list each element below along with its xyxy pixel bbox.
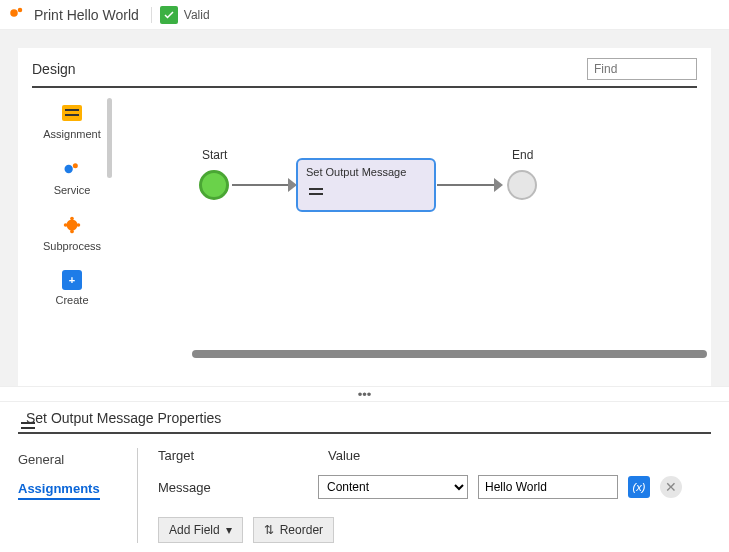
check-icon [160, 6, 178, 24]
svg-point-3 [73, 163, 78, 168]
connector [232, 184, 292, 186]
reorder-button[interactable]: ⇅ Reorder [253, 517, 334, 543]
reorder-label: Reorder [280, 523, 323, 537]
assignments-form: Target Value Message Content (x) ✕ Add F… [138, 448, 711, 543]
palette-item-assignment[interactable]: Assignment [43, 102, 100, 140]
tab-assignments[interactable]: Assignments [18, 481, 100, 500]
chevron-down-icon: ▾ [226, 523, 232, 537]
column-header-value: Value [328, 448, 360, 463]
properties-panel: Set Output Message Properties General As… [0, 402, 729, 552]
end-node-label: End [512, 148, 533, 162]
find-input[interactable] [587, 58, 697, 80]
svg-point-6 [77, 223, 81, 227]
palette-item-service[interactable]: Service [54, 158, 91, 196]
palette-item-create[interactable]: + Create [55, 270, 88, 306]
palette-item-subprocess[interactable]: Subprocess [43, 214, 101, 252]
delete-row-button[interactable]: ✕ [660, 476, 682, 498]
palette-label: Assignment [43, 128, 100, 140]
column-header-target: Target [158, 448, 308, 463]
design-panel: Design Assignment Service [18, 48, 711, 386]
svg-point-0 [10, 9, 18, 17]
panel-splitter[interactable]: ••• [0, 386, 729, 402]
design-area: Design Assignment Service [0, 30, 729, 386]
expression-button[interactable]: (x) [628, 476, 650, 498]
svg-point-8 [70, 230, 74, 234]
reorder-icon: ⇅ [264, 523, 274, 537]
canvas-scrollbar[interactable] [192, 350, 707, 358]
arrow-icon [494, 178, 503, 192]
end-node[interactable] [507, 170, 537, 200]
value-input[interactable] [478, 475, 618, 499]
design-title: Design [32, 61, 76, 77]
svg-point-7 [70, 217, 74, 221]
svg-point-4 [67, 220, 78, 231]
svg-point-2 [65, 165, 73, 173]
subprocess-icon [61, 214, 83, 236]
validation-status: Valid [160, 6, 210, 24]
target-label: Message [158, 480, 308, 495]
plus-icon: + [62, 270, 82, 290]
svg-point-5 [64, 223, 68, 227]
palette-label: Create [55, 294, 88, 306]
palette: Assignment Service Subprocess + Crea [32, 88, 112, 358]
task-node-set-output-message[interactable]: Set Output Message [296, 158, 436, 212]
assignment-row: Message Content (x) ✕ [158, 475, 711, 499]
flow-canvas[interactable]: Start Set Output Message End [112, 88, 697, 358]
add-field-label: Add Field [169, 523, 220, 537]
start-node[interactable] [199, 170, 229, 200]
task-node-title: Set Output Message [306, 166, 426, 178]
connector [437, 184, 497, 186]
header: Print Hello World Valid [0, 0, 729, 30]
properties-title: Set Output Message Properties [26, 410, 221, 426]
value-type-select[interactable]: Content [318, 475, 468, 499]
assignment-icon [61, 102, 83, 124]
tab-general[interactable]: General [18, 452, 137, 467]
page-title: Print Hello World [34, 7, 152, 23]
start-node-label: Start [202, 148, 227, 162]
palette-label: Service [54, 184, 91, 196]
app-gear-icon [8, 4, 26, 25]
valid-label: Valid [184, 8, 210, 22]
properties-tabs: General Assignments [18, 448, 138, 543]
gear-icon [61, 158, 83, 180]
add-field-button[interactable]: Add Field ▾ [158, 517, 243, 543]
svg-point-1 [18, 8, 23, 13]
palette-label: Subprocess [43, 240, 101, 252]
